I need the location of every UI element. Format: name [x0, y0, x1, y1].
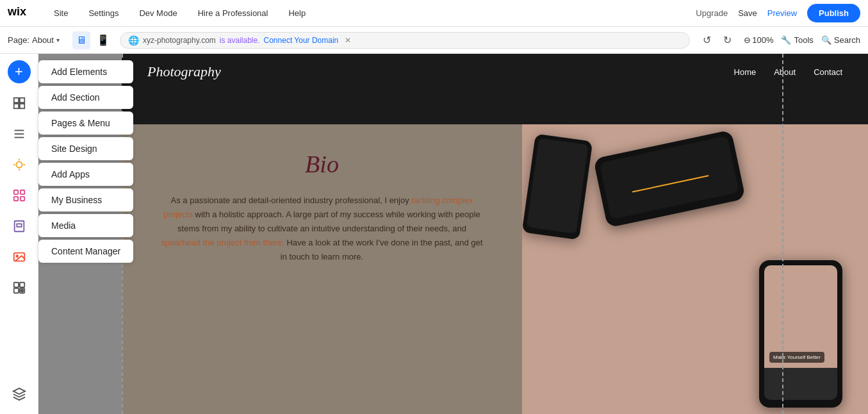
- search-icon: 🔍: [821, 35, 831, 45]
- flyout-add-elements[interactable]: Add Elements: [38, 60, 133, 83]
- site-nav-contact[interactable]: Contact: [814, 67, 842, 77]
- second-bar: Page: About ▾ 🖥 📱 🌐 xyz-photography.com …: [0, 27, 868, 54]
- svg-rect-15: [13, 197, 17, 201]
- flyout-add-section[interactable]: Add Section: [38, 86, 133, 109]
- svg-rect-2: [19, 98, 24, 103]
- device-icons: 🖥 📱: [72, 31, 112, 49]
- top-navbar: wix Site Settings Dev Mode Hire a Profes…: [0, 0, 868, 27]
- tools-label: Tools: [794, 35, 813, 45]
- zoom-indicator[interactable]: ⊖ 100%: [744, 35, 773, 45]
- svg-rect-4: [19, 104, 24, 108]
- undo-redo-group: ↺ ↻: [698, 31, 736, 49]
- sidebar-item-pages[interactable]: [6, 120, 33, 147]
- svg-point-8: [16, 161, 22, 167]
- dark-section: [122, 90, 868, 124]
- svg-rect-1: [13, 98, 18, 103]
- sidebar-item-content[interactable]: [6, 274, 33, 301]
- flyout-content-manager[interactable]: Content Manager: [38, 240, 133, 263]
- svg-rect-18: [17, 224, 21, 227]
- bio-title: Bio: [305, 150, 339, 178]
- wix-logo: wix: [8, 5, 32, 22]
- upgrade-link[interactable]: Upgrade: [696, 8, 728, 18]
- undo-button[interactable]: ↺: [698, 31, 716, 49]
- flyout-site-design[interactable]: Site Design: [38, 137, 133, 160]
- search-label: Search: [834, 35, 860, 45]
- website-preview: Photography Home About Contact Bio As a …: [122, 54, 868, 414]
- phone-banner: Make Yourself Better: [769, 352, 824, 363]
- svg-rect-16: [20, 197, 24, 201]
- second-bar-right: ↺ ↻ ⊖ 100% 🔧 Tools 🔍 Search: [698, 31, 860, 49]
- preview-link[interactable]: Preview: [767, 8, 797, 18]
- tools-icon: 🔧: [781, 35, 791, 45]
- site-nav-home[interactable]: Home: [734, 67, 757, 77]
- layers-button[interactable]: [6, 381, 33, 408]
- domain-text: xyz-photography.com: [143, 36, 216, 45]
- zoom-minus-icon: ⊖: [744, 35, 751, 45]
- zoom-value: 100%: [752, 35, 773, 45]
- top-nav-right: Upgrade Save Preview Publish: [696, 4, 860, 22]
- phone-image-2: [522, 133, 593, 240]
- tools-button[interactable]: 🔧 Tools: [781, 35, 813, 45]
- sidebar-item-media[interactable]: [6, 244, 33, 270]
- svg-rect-22: [19, 283, 24, 287]
- publish-button[interactable]: Publish: [807, 4, 860, 22]
- left-sidebar: +: [0, 54, 38, 414]
- site-logo: Photography: [147, 63, 221, 80]
- canvas-area: Photography Home About Contact Bio As a …: [38, 54, 868, 414]
- main-area: + Add Elements Add Section Pages & Menu: [0, 54, 868, 414]
- bio-left: Bio As a passionate and detail-oriented …: [122, 124, 522, 414]
- bio-section: Bio As a passionate and detail-oriented …: [122, 124, 868, 414]
- sidebar-item-elements[interactable]: [6, 90, 33, 117]
- add-button[interactable]: +: [8, 60, 31, 83]
- sidebar-item-apps[interactable]: [6, 182, 33, 209]
- sidebar-item-business[interactable]: [6, 213, 33, 240]
- svg-rect-3: [13, 104, 18, 108]
- flyout-pages-menu[interactable]: Pages & Menu: [38, 112, 133, 135]
- domain-available-text: is available.: [220, 36, 260, 45]
- svg-rect-21: [13, 283, 18, 287]
- site-nav-about[interactable]: About: [774, 67, 796, 77]
- bio-right: Make Yourself Better: [522, 124, 868, 414]
- devmode-nav-link[interactable]: Dev Mode: [135, 6, 181, 21]
- flyout-add-apps[interactable]: Add Apps: [38, 163, 133, 186]
- globe-icon: 🌐: [128, 35, 139, 46]
- redo-button[interactable]: ↻: [718, 31, 736, 49]
- flyout-my-business[interactable]: My Business: [38, 188, 133, 211]
- chevron-down-icon: ▾: [56, 37, 60, 44]
- search-button[interactable]: 🔍 Search: [821, 35, 860, 45]
- domain-bar: 🌐 xyz-photography.com is available. Conn…: [120, 32, 690, 49]
- svg-point-25: [20, 289, 24, 293]
- mobile-icon[interactable]: 📱: [94, 31, 112, 49]
- save-link[interactable]: Save: [738, 8, 757, 18]
- help-nav-link[interactable]: Help: [284, 6, 309, 21]
- svg-rect-13: [13, 190, 17, 194]
- page-selector[interactable]: Page: About ▾: [8, 35, 60, 45]
- flyout-media[interactable]: Media: [38, 214, 133, 237]
- close-domain-icon[interactable]: ✕: [345, 36, 351, 45]
- svg-rect-14: [20, 190, 24, 194]
- site-nav: Home About Contact: [734, 67, 842, 77]
- page-label: Page:: [8, 35, 29, 45]
- flyout-menu: Add Elements Add Section Pages & Menu Si…: [38, 54, 133, 269]
- page-name: About: [32, 35, 54, 45]
- desktop-icon[interactable]: 🖥: [72, 31, 90, 49]
- svg-point-20: [16, 255, 18, 257]
- bio-text: As a passionate and detail-oriented indu…: [160, 194, 484, 264]
- svg-rect-23: [13, 288, 18, 293]
- site-nav-link[interactable]: Site: [50, 6, 72, 21]
- hire-nav-link[interactable]: Hire a Professional: [194, 6, 272, 21]
- connect-domain-link[interactable]: Connect Your Domain: [264, 36, 339, 45]
- sidebar-item-design[interactable]: [6, 151, 33, 178]
- settings-nav-link[interactable]: Settings: [85, 6, 122, 21]
- phone-image-1: [593, 129, 746, 228]
- svg-text:wix: wix: [8, 5, 26, 18]
- site-header: Photography Home About Contact: [122, 54, 868, 90]
- phone-image-3: Make Yourself Better: [759, 260, 842, 408]
